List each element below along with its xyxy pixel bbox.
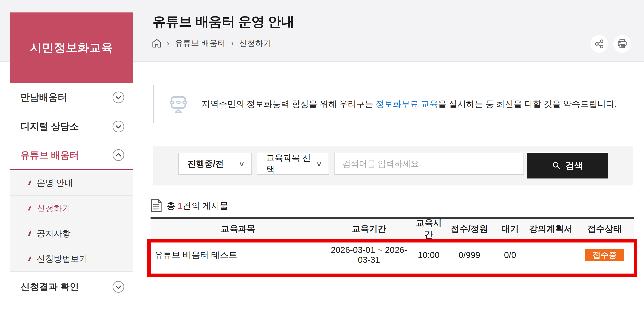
chevron-down-icon: ∨ bbox=[238, 160, 245, 168]
sidebar-subitem-how-to-apply[interactable]: 신청방법보기 bbox=[10, 246, 133, 272]
col-waiting: 대기 bbox=[494, 223, 526, 235]
sidebar-subitem-operation-guide[interactable]: 운영 안내 bbox=[10, 170, 133, 196]
chevron-down-icon bbox=[112, 281, 124, 293]
chevron-down-icon bbox=[112, 91, 124, 103]
chevron-down-icon: ∨ bbox=[316, 160, 322, 168]
sidebar-item-label: 유튜브 배움터 bbox=[20, 149, 79, 161]
page: 시민정보화교육 만남배움터 디지털 상담소 유튜브 배움터 bbox=[0, 0, 644, 316]
sidebar-item-mannam[interactable]: 만남배움터 bbox=[10, 83, 133, 112]
breadcrumb: › 유튜브 배움터 › 신청하기 bbox=[152, 38, 271, 48]
cell-enrolled: 0/999 bbox=[445, 250, 494, 260]
cell-time: 10:00 bbox=[412, 250, 445, 260]
cell-status: 접수중 bbox=[575, 249, 634, 261]
col-subject: 교육과목 bbox=[150, 223, 326, 235]
printer-icon bbox=[617, 39, 627, 48]
sidebar-subitem-label: 신청하기 bbox=[37, 202, 70, 214]
chevron-down-icon bbox=[112, 120, 124, 133]
chevron-up-icon bbox=[112, 149, 124, 161]
course-table: 교육과목 교육기간 교육시간 접수/정원 대기 강의계획서 접수상태 유튜브 배… bbox=[150, 217, 634, 271]
sidebar-subitem-label: 운영 안내 bbox=[37, 177, 73, 189]
search-button-label: 검색 bbox=[565, 160, 583, 172]
tick-icon bbox=[28, 206, 31, 211]
breadcrumb-item-apply[interactable]: 신청하기 bbox=[239, 38, 271, 48]
magnifier-icon bbox=[552, 161, 561, 170]
intro-banner: 지역주민의 정보화능력 향상을 위해 우리구는 정보화무료 교육을 실시하는 등… bbox=[153, 85, 630, 123]
sidebar-item-youtube[interactable]: 유튜브 배움터 bbox=[10, 141, 133, 170]
breadcrumb-item-youtube[interactable]: 유튜브 배움터 bbox=[175, 38, 226, 48]
sidebar: 시민정보화교육 만남배움터 디지털 상담소 유튜브 배움터 bbox=[10, 12, 133, 302]
sidebar-menu: 만남배움터 디지털 상담소 유튜브 배움터 bbox=[10, 83, 133, 302]
sidebar-item-label: 만남배움터 bbox=[20, 91, 67, 103]
col-enrolled: 접수/정원 bbox=[445, 223, 494, 235]
breadcrumb-separator: › bbox=[231, 38, 234, 48]
search-input[interactable] bbox=[334, 153, 524, 175]
post-count: 총 1건의 게시물 bbox=[150, 199, 228, 213]
cell-waiting: 0/0 bbox=[494, 250, 526, 260]
status-badge: 접수중 bbox=[585, 249, 624, 261]
col-status: 접수상태 bbox=[575, 223, 634, 235]
page-title: 유튜브 배움터 운영 안내 bbox=[153, 13, 294, 31]
sidebar-subitem-label: 신청방법보기 bbox=[37, 253, 88, 265]
table-row[interactable]: 유튜브 배움터 테스트 2026-03-01 ~ 2026-03-31 10:0… bbox=[150, 239, 634, 271]
sidebar-item-application-result[interactable]: 신청결과 확인 bbox=[10, 272, 133, 302]
sidebar-subitem-label: 공지사항 bbox=[37, 228, 70, 239]
sidebar-subitem-apply[interactable]: 신청하기 bbox=[10, 196, 133, 221]
tick-icon bbox=[28, 256, 31, 262]
col-period: 교육기간 bbox=[326, 223, 412, 235]
sidebar-title: 시민정보화교육 bbox=[10, 12, 133, 83]
monitor-icon bbox=[169, 94, 188, 114]
post-count-prefix: 총 bbox=[166, 201, 178, 211]
search-button[interactable]: 검색 bbox=[527, 153, 608, 179]
table-header-row: 교육과목 교육기간 교육시간 접수/정원 대기 강의계획서 접수상태 bbox=[150, 219, 634, 239]
page-actions bbox=[590, 35, 631, 53]
status-filter-select[interactable]: 진행중/전 ∨ bbox=[178, 153, 252, 175]
col-time: 교육시간 bbox=[412, 217, 445, 240]
cell-period: 2026-03-01 ~ 2026-03-31 bbox=[326, 245, 412, 265]
tick-icon bbox=[28, 231, 31, 236]
col-syllabus: 강의계획서 bbox=[526, 223, 575, 235]
sidebar-item-digital-counsel[interactable]: 디지털 상담소 bbox=[10, 112, 133, 141]
sidebar-subitem-notice[interactable]: 공지사항 bbox=[10, 221, 133, 246]
search-bar: 진행중/전 ∨ 교육과목 선택 ∨ 검색 bbox=[153, 146, 633, 185]
document-icon bbox=[150, 199, 162, 212]
cell-subject[interactable]: 유튜브 배움터 테스트 bbox=[150, 249, 326, 261]
status-filter-value: 진행중/전 bbox=[188, 158, 224, 170]
subject-filter-select[interactable]: 교육과목 선택 ∨ bbox=[257, 153, 329, 175]
sidebar-item-label: 디지털 상담소 bbox=[20, 120, 79, 133]
banner-text-before: 지역주민의 정보화능력 향상을 위해 우리구는 bbox=[202, 99, 376, 109]
banner-text-after: 을 실시하는 등 최선을 다할 것을 약속드립니다. bbox=[438, 99, 617, 109]
sidebar-item-label: 신청결과 확인 bbox=[20, 281, 79, 293]
share-button[interactable] bbox=[590, 35, 608, 53]
post-count-text: 총 1건의 게시물 bbox=[166, 200, 228, 212]
banner-text: 지역주민의 정보화능력 향상을 위해 우리구는 정보화무료 교육을 실시하는 등… bbox=[202, 98, 617, 110]
post-count-number: 1 bbox=[178, 201, 182, 211]
subject-filter-value: 교육과목 선택 bbox=[266, 152, 317, 175]
post-count-suffix: 건의 게시물 bbox=[182, 201, 228, 211]
home-icon[interactable] bbox=[152, 38, 161, 48]
banner-link[interactable]: 정보화무료 교육 bbox=[376, 99, 438, 109]
print-button[interactable] bbox=[613, 35, 631, 53]
share-icon bbox=[595, 39, 604, 48]
tick-icon bbox=[28, 180, 31, 185]
breadcrumb-separator: › bbox=[167, 38, 169, 48]
